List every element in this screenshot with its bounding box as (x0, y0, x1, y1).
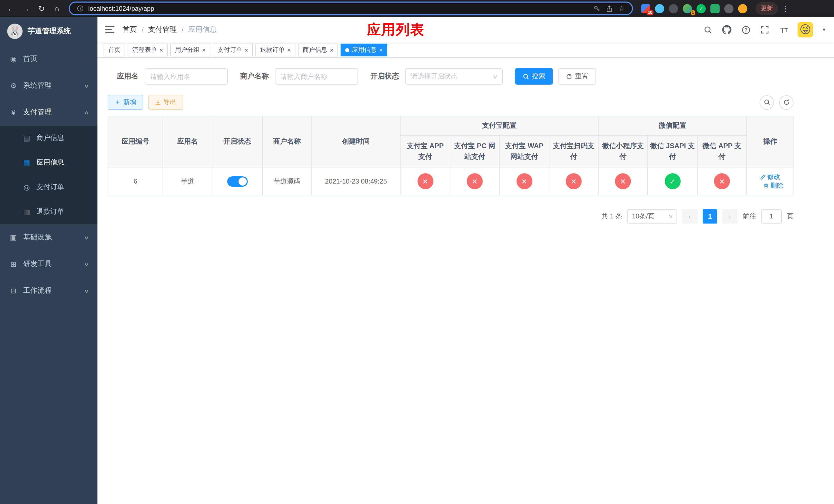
status-label: 开启状态 (370, 72, 399, 81)
close-icon[interactable]: × (202, 47, 206, 53)
sidebar-item-payment[interactable]: ¥ 支付管理 ∧ (0, 99, 97, 125)
top-navbar: 首页 / 支付管理 / 应用信息 应用列表 ? (97, 17, 834, 43)
address-bar[interactable]: localhost:1024/pay/app ☆ (69, 2, 633, 15)
cell-app-id: 6 (108, 168, 163, 195)
goto-page-input[interactable] (761, 209, 782, 224)
avatar-caret-icon[interactable]: ▼ (822, 27, 826, 32)
status-toggle[interactable] (227, 176, 247, 187)
add-button[interactable]: ＋ 新增 (108, 95, 143, 110)
password-key-icon[interactable] (593, 4, 601, 13)
browser-forward-button[interactable]: → (20, 2, 33, 15)
sidebar-item-dev-tools[interactable]: ⊞ 研发工具 ∨ (0, 251, 97, 277)
sidebar-item-pay-orders[interactable]: ◎ 支付订单 (0, 175, 97, 200)
search-button[interactable]: 搜索 (515, 68, 553, 85)
browser-update-button[interactable]: 更新 (755, 2, 778, 15)
prev-page-button[interactable]: ‹ (682, 209, 698, 224)
browser-back-button[interactable]: ← (4, 2, 18, 15)
extension-icon[interactable]: 10 (641, 4, 650, 13)
browser-refresh-button[interactable]: ↻ (35, 2, 48, 15)
gear-icon: ⚙ (9, 82, 18, 90)
tags-view: 首页 流程表单× 用户分组× 支付订单× 退款订单× 商户信息× 应用信息× (97, 43, 834, 58)
plus-icon: ＋ (114, 98, 121, 107)
document-icon: ▥ (23, 208, 31, 216)
breadcrumb-home[interactable]: 首页 (123, 25, 137, 35)
tab-merchant-info[interactable]: 商户信息× (298, 44, 338, 56)
sidebar-item-system[interactable]: ⚙ 系统管理 ∨ (0, 72, 97, 99)
extension-icon[interactable] (724, 4, 733, 13)
sidebar-toggle-icon[interactable] (105, 26, 114, 33)
chevron-down-icon: ∨ (84, 261, 89, 267)
extension-icon[interactable]: 1 (683, 4, 692, 13)
app-logo[interactable]: 🐰 芋道管理系统 (0, 17, 97, 46)
user-avatar[interactable]: 😜 (797, 22, 813, 38)
group-wechat-config: 微信配置 (598, 116, 747, 136)
extension-icon[interactable]: ✓ (697, 4, 706, 13)
tab-pay-orders[interactable]: 支付订单× (213, 44, 253, 56)
goto-label: 前往 (743, 212, 756, 221)
page-size-select[interactable]: 10条/页 ∨ (627, 209, 677, 224)
app-name-input[interactable] (145, 68, 228, 85)
tab-refund-orders[interactable]: 退款订单× (256, 44, 295, 56)
close-icon[interactable]: × (330, 47, 333, 53)
breadcrumb-parent[interactable]: 支付管理 (148, 25, 177, 35)
browser-home-button[interactable]: ⌂ (50, 2, 64, 15)
tab-home[interactable]: 首页 (104, 44, 125, 56)
group-alipay-config: 支付宝配置 (400, 116, 598, 136)
page-number-button[interactable]: 1 (703, 209, 717, 224)
pagination: 共 1 条 10条/页 ∨ ‹ 1 › 前往 页 (108, 209, 793, 224)
browser-toolbar: ← → ↻ ⌂ localhost:1024/pay/app ☆ 10 1 ✓ (0, 0, 834, 17)
cell-created: 2021-10-23 08:49:25 (312, 168, 400, 195)
chevron-down-icon: ∨ (84, 234, 89, 240)
delete-link[interactable]: 删除 (763, 182, 783, 190)
export-button[interactable]: 导出 (148, 95, 183, 110)
info-icon[interactable] (76, 4, 84, 13)
sidebar-item-label: 研发工具 (23, 259, 52, 269)
sidebar-item-workflow[interactable]: ⊟ 工作流程 ∨ (0, 277, 97, 304)
sidebar-item-infrastructure[interactable]: ▣ 基础设施 ∨ (0, 224, 97, 251)
tab-app-info[interactable]: 应用信息× (341, 44, 387, 56)
extensions-strip: 10 1 ✓ (641, 4, 747, 13)
close-icon[interactable]: × (379, 47, 382, 53)
dashboard-icon: ◉ (9, 55, 18, 63)
extension-icon[interactable] (738, 4, 747, 13)
workflow-icon: ⊟ (9, 287, 18, 295)
sidebar-item-merchant-info[interactable]: ▤ 商户信息 (0, 125, 97, 150)
active-dot (345, 48, 349, 52)
grid-icon: ▦ (23, 158, 31, 167)
close-icon[interactable]: × (287, 47, 291, 53)
sidebar-item-app-info[interactable]: ▦ 应用信息 (0, 150, 97, 175)
browser-menu-icon[interactable]: ⋮ (780, 4, 790, 13)
fullscreen-icon[interactable] (760, 25, 770, 35)
extension-icon[interactable] (669, 4, 678, 13)
toolbox-icon: ⊞ (9, 260, 18, 268)
url-text: localhost:1024/pay/app (88, 5, 154, 12)
extension-icon[interactable] (655, 4, 664, 13)
github-icon[interactable] (722, 25, 732, 35)
toggle-search-button[interactable] (760, 95, 774, 110)
next-page-button[interactable]: › (722, 209, 738, 224)
search-icon[interactable] (703, 25, 713, 35)
close-icon[interactable]: × (159, 47, 163, 53)
sidebar-item-label: 支付订单 (37, 183, 64, 192)
tab-user-group[interactable]: 用户分组× (170, 44, 210, 56)
sidebar-item-label: 应用信息 (37, 158, 64, 167)
merchant-name-input[interactable] (275, 68, 358, 85)
sidebar-item-refund-orders[interactable]: ▥ 退款订单 (0, 200, 97, 224)
tab-process-form[interactable]: 流程表单× (128, 44, 168, 56)
refresh-table-button[interactable] (779, 95, 793, 110)
help-icon[interactable]: ? (741, 25, 751, 35)
sidebar-item-home[interactable]: ◉ 首页 (0, 46, 97, 72)
payment-submenu: ▤ 商户信息 ▦ 应用信息 ◎ 支付订单 ▥ 退款订单 (0, 125, 97, 224)
close-icon[interactable]: × (245, 47, 248, 53)
breadcrumb-current: 应用信息 (188, 25, 217, 35)
right-toolbar (760, 95, 793, 110)
app-title: 芋道管理系统 (28, 27, 71, 36)
status-select[interactable]: 请选择开启状态 ∨ (405, 68, 503, 85)
font-size-icon[interactable]: TT (778, 25, 789, 35)
share-icon[interactable] (605, 4, 613, 13)
col-actions: 操作 (747, 116, 794, 168)
edit-link[interactable]: 修改 (760, 173, 780, 182)
reset-button[interactable]: 重置 (558, 68, 596, 85)
extension-icon[interactable] (710, 4, 720, 13)
bookmark-star-icon[interactable]: ☆ (618, 4, 626, 13)
